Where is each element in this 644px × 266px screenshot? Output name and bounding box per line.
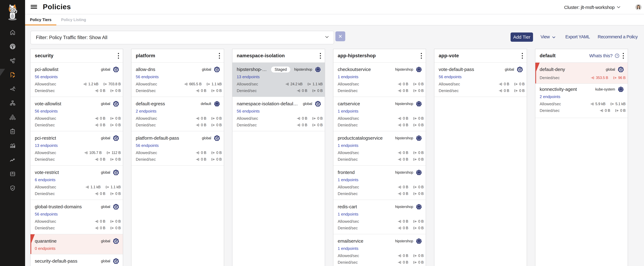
svg-text:?: ? — [616, 54, 618, 57]
